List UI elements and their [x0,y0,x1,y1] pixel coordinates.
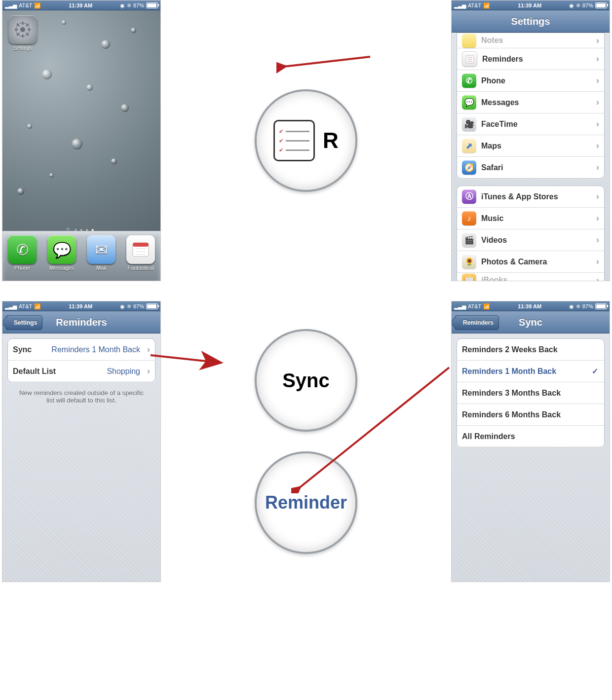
safari-icon: 🧭 [462,160,476,175]
calendar-icon [126,235,155,264]
settings-row-safari[interactable]: 🧭Safari› [457,157,604,178]
settings-app-icon[interactable]: Settings [8,15,37,51]
sync-row[interactable]: SyncReminders 1 Month Back› [8,339,155,361]
row-label: Music [481,214,503,223]
battery-percent: 87% [133,2,144,8]
reminders-icon: ✔ ✔ ✔ [273,120,315,161]
maps-icon: ⬈ [462,139,476,153]
settings-row-photos[interactable]: 🌻Photos & Camera› [457,251,604,273]
row-label: Reminders [482,55,523,64]
clock-label: 11:39 AM [69,303,92,309]
default-list-row[interactable]: Default ListShopping› [8,361,155,382]
dock-label: Mail [96,265,106,271]
settings-row-notes[interactable]: Notes› [457,33,604,48]
settings-row-facetime[interactable]: 🎥FaceTime› [457,113,604,135]
chevron-right-icon: › [596,141,599,151]
row-label: Maps [481,142,501,150]
reminders-navbar: Settings Reminders [2,311,160,333]
settings-row-reminders[interactable]: Reminders› [457,48,604,70]
dock: ✆Phone 💬Messages ✉Mail Fantastical [2,231,160,281]
settings-row-ibooks[interactable]: 📖iBooks› [457,273,604,281]
row-label: Phone [481,76,505,85]
clock-label: 11:39 AM [518,303,541,309]
signal-icon: ▂▃▅ [5,303,17,310]
dock-app-fantastical[interactable]: Fantastical [126,235,155,271]
settings-app-label: Settings [13,45,33,51]
battery-icon [595,2,607,8]
home-wallpaper: Settings 🔍●●●● ✆Phone 💬Messages ✉Mail Fa… [2,10,160,281]
reminders-content: SyncReminders 1 Month Back› Default List… [2,333,160,582]
dock-app-phone[interactable]: ✆Phone [8,235,37,271]
sync-option[interactable]: All Reminders [457,426,604,447]
sync-option[interactable]: Reminders 6 Months Back [457,404,604,426]
navbar-title: Settings [511,16,550,27]
homescreen-phone: ▂▃▅AT&T📶 11:39 AM ◉✱87% [2,0,161,281]
sync-navbar: Reminders Sync [452,311,610,333]
settings-phone: ▂▃▅AT&T📶 11:39 AM ◉✱87% Settings Notes› … [451,0,610,281]
option-label: All Reminders [462,432,515,441]
navbar-title: Sync [519,317,542,328]
navbar-title: Reminders [56,317,107,328]
back-button[interactable]: Reminders [455,315,499,330]
phone-icon: ✆ [8,235,37,264]
sync-option[interactable]: Reminders 2 Weeks Back [457,339,604,361]
option-label: Reminders 2 Weeks Back [462,345,558,354]
svg-rect-11 [133,243,149,247]
sync-option-selected[interactable]: Reminders 1 Month Back✓ [457,361,604,382]
zoom-bubble-reminder: Reminder [255,451,357,554]
dock-label: Phone [14,265,30,271]
clock-label: 11:39 AM [69,2,92,8]
zoom-container-2: Sync Reminder [232,301,380,582]
row-value: Shopping [107,367,140,376]
bluetooth-icon: ✱ [127,303,131,310]
facetime-icon: 🎥 [462,117,476,131]
sync-phone: ▂▃▅AT&T📶 11:39 AM ◉✱87% Reminders Sync R… [451,301,610,582]
messages-icon: 💬 [47,235,76,264]
dock-label: Messages [49,265,74,271]
zoom-bubble-sync: Sync [255,329,357,432]
phone-icon: ✆ [462,74,476,88]
sync-option[interactable]: Reminders 3 Months Back [457,382,604,404]
status-bar: ▂▃▅AT&T📶 11:39 AM ◉✱87% [2,0,160,10]
bluetooth-icon: ✱ [576,303,580,310]
settings-list[interactable]: Notes› Reminders› ✆Phone› 💬Messages› 🎥Fa… [452,33,610,281]
settings-row-videos[interactable]: 🎬Videos› [457,229,604,251]
settings-row-maps[interactable]: ⬈Maps› [457,135,604,157]
settings-row-music[interactable]: ♪Music› [457,208,604,229]
status-bar: ▂▃▅AT&T📶 11:39 AM ◉✱87% [452,301,610,311]
ibooks-icon: 📖 [462,273,476,282]
settings-row-messages[interactable]: 💬Messages› [457,92,604,113]
zoom-bubble-reminders-icon: ✔ ✔ ✔ R [255,89,357,192]
settings-row-phone[interactable]: ✆Phone› [457,70,604,92]
row-label: Videos [481,236,507,245]
row-label: Default List [13,367,56,376]
chevron-right-icon: › [596,36,599,46]
itunes-icon: Ⓐ [462,189,476,204]
checkmark-icon: ✓ [592,367,598,376]
notes-icon [462,34,476,48]
zoom-container-1: ✔ ✔ ✔ R [232,0,380,281]
row-label: iTunes & App Stores [481,192,558,201]
messages-icon: 💬 [462,95,476,110]
zoom-text: Reminder [265,492,347,513]
back-button[interactable]: Settings [5,315,42,330]
chevron-right-icon: › [596,97,599,108]
dock-app-messages[interactable]: 💬Messages [47,235,76,271]
wifi-icon: 📶 [34,2,41,9]
option-label: Reminders 1 Month Back [462,367,556,376]
row-label: Photos & Camera [481,258,547,266]
dock-label: Fantastical [127,265,153,271]
settings-row-itunes[interactable]: ⒶiTunes & App Stores› [457,186,604,208]
svg-line-20 [151,355,220,363]
zoom-text: R [323,128,339,153]
wifi-icon: 📶 [483,303,490,310]
chevron-right-icon: › [596,275,599,282]
dock-app-mail[interactable]: ✉Mail [87,235,115,271]
wifi-icon: 📶 [483,2,490,9]
zoom-text: Sync [282,369,330,392]
row-label: Safari [481,163,503,172]
option-label: Reminders 6 Months Back [462,410,561,419]
carrier-label: AT&T [468,2,481,8]
location-icon: ◉ [569,303,574,310]
music-icon: ♪ [462,211,476,225]
